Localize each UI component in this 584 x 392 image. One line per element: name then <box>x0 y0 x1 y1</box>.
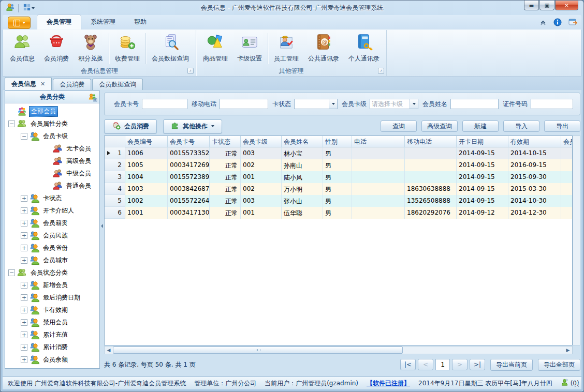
menu-tab-系统管理[interactable]: 系统管理 <box>81 15 125 29</box>
export-button[interactable]: 导出 <box>544 120 580 132</box>
tree-item-中级会员[interactable]: 中级会员 <box>5 167 99 179</box>
collapse-node-icon[interactable]: − <box>8 269 15 276</box>
tree-item-高级会员[interactable]: 高级会员 <box>5 155 99 167</box>
column-header-开卡日期[interactable]: 开卡日期 <box>457 136 508 147</box>
card-level-select[interactable]: 请选择卡级 <box>370 99 418 109</box>
table-row[interactable]: 210050003417269正常002孙南山男2014-09-152016-0… <box>105 159 572 171</box>
ribbon-button-goods-manage[interactable]: 商品管理 <box>198 31 232 66</box>
scroll-left-arrow-icon[interactable]: ◀ <box>105 346 113 354</box>
ribbon-button-member-info[interactable]: 会员信息 <box>5 31 39 66</box>
expand-node-icon[interactable]: + <box>21 257 27 264</box>
horizontal-scroll-thumb[interactable] <box>113 346 403 354</box>
tree-item-新增会员[interactable]: +新增会员 <box>5 279 99 291</box>
menu-tab-会员管理[interactable]: 会员管理 <box>37 14 81 29</box>
dialog-launcher-icon[interactable] <box>187 68 194 74</box>
tree-item-会员城市[interactable]: +会员城市 <box>5 254 99 266</box>
tree-item-全部会员[interactable]: 全部会员 <box>5 105 99 117</box>
table-row[interactable]: 310040015572389正常001陆小凤男2014-09-152015-0… <box>105 171 572 183</box>
column-header-电话[interactable]: 电话 <box>352 136 405 147</box>
collapse-node-icon[interactable]: − <box>21 133 27 140</box>
ribbon-button-public-contacts[interactable]: @公共通讯录 <box>303 31 344 66</box>
column-header-有效期[interactable]: 有效期 <box>508 136 561 147</box>
export-all-pages-button[interactable]: 导出全部页 <box>538 359 580 371</box>
expand-node-icon[interactable]: + <box>21 207 27 214</box>
tree-item-累计消费[interactable]: +累计消费 <box>5 341 99 353</box>
collapse-ribbon-icon[interactable] <box>539 18 547 28</box>
vertical-scrollbar[interactable] <box>573 135 580 345</box>
close-button[interactable]: ✕ <box>555 1 578 10</box>
menu-tab-帮助[interactable]: 帮助 <box>125 15 156 29</box>
resize-grip[interactable] <box>574 382 580 388</box>
tree-item-卡状态[interactable]: +卡状态 <box>5 192 99 204</box>
close-tab-icon[interactable]: ✕ <box>40 81 45 87</box>
member-consume-button[interactable]: 会员消费 <box>104 119 157 133</box>
expand-node-icon[interactable]: + <box>21 232 27 239</box>
other-operations-button[interactable]: 其他操作 <box>163 119 222 133</box>
expand-node-icon[interactable]: + <box>21 319 27 326</box>
mobile-phone-input[interactable] <box>220 99 268 109</box>
tree-item-会员余额[interactable]: +会员余额 <box>5 353 99 366</box>
member-name-input[interactable] <box>450 99 499 109</box>
export-current-page-button[interactable]: 导出当前页 <box>490 359 533 371</box>
table-row[interactable]: 510020015572264正常003张小山男135265088882014-… <box>105 195 572 207</box>
tree-item-最后消费日期[interactable]: +最后消费日期 <box>5 291 99 304</box>
page-number-input[interactable] <box>435 359 450 370</box>
query-button[interactable]: 查询 <box>381 120 417 132</box>
id-number-input[interactable] <box>531 99 573 109</box>
ribbon-button-points-exchange[interactable]: 积分兑换 <box>74 31 108 66</box>
advanced-query-button[interactable]: 高级查询 <box>421 120 458 132</box>
ribbon-button-fee-manage[interactable]: 收费管理 <box>110 31 144 66</box>
expand-node-icon[interactable]: + <box>21 344 27 351</box>
doc-tab-member-consume[interactable]: 会员消费 <box>53 79 91 90</box>
app-menu-button[interactable] <box>8 17 31 29</box>
expand-node-icon[interactable]: + <box>21 356 27 363</box>
ribbon-button-member-data-query[interactable]: 会员数据查询 <box>147 31 194 66</box>
expand-node-icon[interactable]: + <box>21 282 27 289</box>
ribbon-button-member-consume[interactable]: 会员消费 <box>39 31 74 66</box>
doc-tab-member-data-query[interactable]: 会员数据查询 <box>92 79 143 90</box>
expand-node-icon[interactable]: + <box>21 307 27 313</box>
tree-item-会员状态分类[interactable]: −会员状态分类 <box>5 266 99 279</box>
info-icon[interactable] <box>553 18 562 28</box>
doc-tab-member-info[interactable]: 会员信息✕ <box>5 77 52 90</box>
expand-node-icon[interactable]: + <box>21 195 27 202</box>
table-row[interactable]: 410030003842687正常002万小明男186306388882014-… <box>105 183 572 195</box>
column-header-会员卡级[interactable]: 会员卡级 <box>241 136 282 147</box>
ribbon-button-personal-contacts[interactable]: 个人通讯录 <box>344 31 384 66</box>
ribbon-button-card-level-setting[interactable]: 卡级设置 <box>232 31 267 66</box>
new-button[interactable]: 新建 <box>462 120 499 132</box>
ribbon-button-staff-manage[interactable]: 员工管理 <box>269 31 303 66</box>
expand-node-icon[interactable]: + <box>21 331 27 338</box>
card-status-select[interactable] <box>294 99 338 109</box>
column-header-会员卡号[interactable]: 会员卡号 <box>168 136 210 147</box>
dialog-launcher-icon[interactable] <box>378 68 384 74</box>
tree-item-普通会员[interactable]: 普通会员 <box>5 179 99 192</box>
first-page-button[interactable]: |< <box>400 359 416 370</box>
tree-item-会员籍贯[interactable]: +会员籍贯 <box>5 217 99 229</box>
column-header-性别[interactable]: 性别 <box>323 136 352 147</box>
tree-item-会员卡级[interactable]: −会员卡级 <box>5 130 99 142</box>
last-page-button[interactable]: >| <box>470 359 485 370</box>
tree-item-禁用会员[interactable]: +禁用会员 <box>5 316 99 328</box>
prev-page-button[interactable]: < <box>418 359 433 370</box>
tree-item-累计充值[interactable]: +累计充值 <box>5 328 99 341</box>
column-header-卡状态[interactable]: 卡状态 <box>210 136 241 147</box>
chevron-down-icon[interactable] <box>410 99 418 109</box>
column-header-会员编号[interactable]: 会员编号 <box>125 136 168 147</box>
tree-item-卡有效期[interactable]: +卡有效期 <box>5 304 99 316</box>
chevron-down-icon[interactable] <box>329 99 337 109</box>
registered-link[interactable]: 【软件已注册】 <box>367 379 410 388</box>
maximize-button[interactable]: ▣ <box>539 1 554 10</box>
table-row[interactable]: 110060015573352正常003林小宝男2014-09-152014-1… <box>105 147 572 159</box>
tree-item-会员属性分类[interactable]: −会员属性分类 <box>5 117 99 130</box>
column-header-会员姓名[interactable]: 会员姓名 <box>282 136 323 147</box>
expand-node-icon[interactable]: + <box>21 220 27 227</box>
next-page-button[interactable]: > <box>452 359 468 370</box>
minimize-button[interactable]: ▬ <box>524 1 539 10</box>
table-row[interactable]: 610010003417130正常001伍华聪男186202920762014-… <box>105 207 572 219</box>
column-header-会员[interactable]: 会员 <box>561 136 573 147</box>
member-card-no-input[interactable] <box>142 99 187 109</box>
tree-item-会员省份[interactable]: +会员省份 <box>5 242 99 254</box>
import-button[interactable]: 导入 <box>503 120 539 132</box>
tree-item-会员民族[interactable]: +会员民族 <box>5 229 99 242</box>
